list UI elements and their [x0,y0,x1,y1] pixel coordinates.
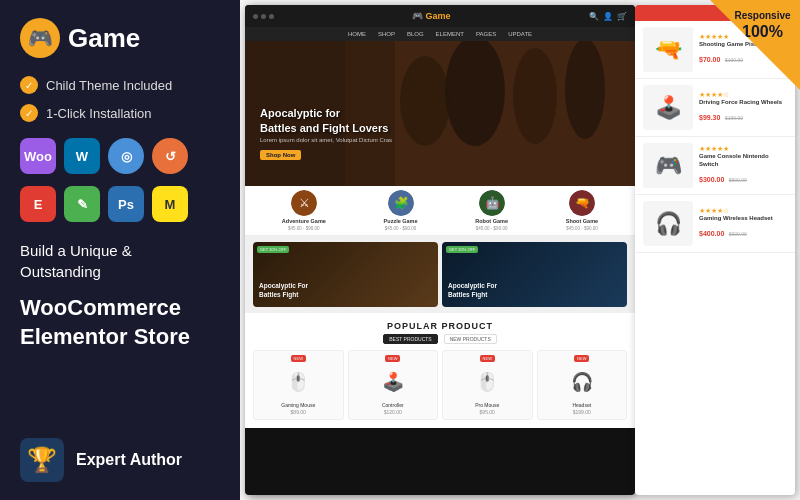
expert-author-section: 🏆 Expert Author [20,430,220,482]
cat-img-puzzle: 🧩 [388,190,414,216]
product-price-4: $199.00 [573,409,591,415]
rp-product-3: 🎮 ★★★★★ Game Console Nintendo Switch $30… [635,137,795,195]
popular-section: POPULAR PRODUCT BEST PRODUCTS NEW PRODUC… [245,313,635,428]
banner-badge-1: GET 30% OFF [257,246,289,253]
photoshop-icon: Ps [108,186,144,222]
rp-name-4: Gaming Wireless Headset [699,215,787,223]
rp-old-price-3: $500.00 [729,177,747,183]
dot-3 [269,14,274,19]
product-name-4: Headset [572,402,591,408]
hero-button[interactable]: Shop Now [260,150,301,160]
rp-name-3: Game Console Nintendo Switch [699,153,787,169]
blue-plugin-icon: ◎ [108,138,144,174]
website-mockup: 🎮Game 🔍 👤 🛒 HOME SHOP BLOG ELEMENT PAGES… [245,5,635,495]
svg-point-4 [513,48,557,144]
nav-shop: SHOP [378,31,395,37]
rp-old-price-2: $199.00 [725,115,743,121]
rp-product-info-2: ★★★★☆ Driving Force Racing Wheels $99.30… [699,91,787,125]
product-card-4: NEW 🎧 Headset $199.00 [537,350,628,420]
tab-new-products[interactable]: NEW PRODUCTS [444,334,497,344]
tab-best-products[interactable]: BEST PRODUCTS [383,334,437,344]
product-card-1: NEW 🖱️ Gaming Mouse $89.00 [253,350,344,420]
cat-img-shoot: 🔫 [569,190,595,216]
product-badge-2: NEW [385,355,400,362]
elementor-icon: E [20,186,56,222]
svg-text:🔫: 🔫 [574,195,589,210]
logo-icon: 🎮 [20,18,60,58]
mockup-header-icons: 🔍 👤 🛒 [589,12,627,21]
cat-price-robot: $45.00 - $90.00 [476,226,508,231]
rp-product-img-3: 🎮 [643,143,693,188]
cat-label-adventure: Adventure Game [282,218,326,224]
category-adventure: ⚔ Adventure Game $45.00 - $90.00 [282,190,326,231]
trophy-icon: 🏆 [20,438,64,482]
product-badge-3: NEW [480,355,495,362]
dot-2 [261,14,266,19]
rp-product-4: 🎧 ★★★★☆ Gaming Wireless Headset $400.00 … [635,195,795,253]
popular-title: POPULAR PRODUCT [253,321,627,331]
banner-text-2: Apocalyptic ForBattles Fight [448,282,497,299]
banner-row: GET 30% OFF Apocalyptic ForBattles Fight… [245,236,635,313]
gamepad-icon: 🎮 [28,26,53,50]
cat-label-shoot: Shoot Game [566,218,598,224]
category-robot: 🤖 Robot Game $45.00 - $90.00 [475,190,508,231]
tagline-line1: Build a Unique & [20,242,132,259]
svg-text:🤖: 🤖 [484,195,499,210]
cat-label-puzzle: Puzzle Game [384,218,418,224]
rp-product-img-1: 🔫 [643,27,693,72]
rp-stars-3: ★★★★★ [699,145,787,153]
mockup-logo-area: 🎮Game [280,11,583,21]
rp-product-2: 🕹️ ★★★★☆ Driving Force Racing Wheels $99… [635,79,795,137]
mockup-hero: Apocalyptic forBattles and Fight Lovers … [245,41,635,186]
child-theme-label: Child Theme Included [46,78,172,93]
main-content: Responsive 100% 🎮Game 🔍 👤 🛒 [240,0,800,500]
edit-icon: ✎ [64,186,100,222]
product-card-2: NEW 🕹️ Controller $120.00 [348,350,439,420]
feature-child-theme: ✓ Child Theme Included [20,76,220,94]
rp-stars-4: ★★★★☆ [699,207,787,215]
hero-text-overlay: Apocalyptic forBattles and Fight Lovers … [260,106,392,161]
feature-one-click: ✓ 1-Click Installation [20,104,220,122]
product-name-1: Gaming Mouse [281,402,315,408]
product-badge-4: NEW [574,355,589,362]
product-price-1: $89.00 [291,409,306,415]
mockup-dots [253,14,274,19]
rp-price-1: $70.00 [699,56,720,63]
tagline-line2: Outstanding [20,263,101,280]
hero-title: Apocalyptic forBattles and Fight Lovers [260,106,392,135]
rp-old-price-4: $600.00 [729,231,747,237]
popular-header: POPULAR PRODUCT BEST PRODUCTS NEW PRODUC… [253,321,627,344]
banner-card-1: GET 30% OFF Apocalyptic ForBattles Fight [253,242,438,307]
rp-name-2: Driving Force Racing Wheels [699,99,787,107]
category-shoot: 🔫 Shoot Game $45.00 - $90.00 [566,190,598,231]
cat-price-adventure: $45.00 - $90.00 [288,226,320,231]
banner-badge-2: GET 30% OFF [446,246,478,253]
rp-product-info-4: ★★★★☆ Gaming Wireless Headset $400.00 $6… [699,207,787,241]
svg-point-2 [400,56,450,146]
cat-price-shoot: $45.00 - $90.00 [566,226,598,231]
product-img-3: 🖱️ [467,364,507,399]
product-img-1: 🖱️ [278,364,318,399]
product-price-2: $120.00 [384,409,402,415]
product-price-3: $95.00 [480,409,495,415]
rp-product-img-4: 🎧 [643,201,693,246]
svg-text:🧩: 🧩 [393,195,408,210]
cart-icon: 🛒 [617,12,627,21]
product-name-2: Controller [382,402,404,408]
mockup-header: 🎮Game 🔍 👤 🛒 [245,5,635,27]
expert-author-label: Expert Author [76,451,182,469]
product-card-3: NEW 🖱️ Pro Mouse $95.00 [442,350,533,420]
svg-point-5 [565,41,605,139]
left-panel: 🎮 Game ✓ Child Theme Included ✓ 1-Click … [0,0,240,500]
cat-price-puzzle: $45.00 - $90.00 [385,226,417,231]
search-icon: 🔍 [589,12,599,21]
nav-pages: PAGES [476,31,496,37]
banner-card-2: GET 30% OFF Apocalyptic ForBattles Fight [442,242,627,307]
product-grid: NEW 🖱️ Gaming Mouse $89.00 NEW 🕹️ Contro… [253,350,627,420]
cat-label-robot: Robot Game [475,218,508,224]
svg-point-3 [445,41,505,146]
woocommerce-icon: Woo [20,138,56,174]
banner-text-1: Apocalyptic ForBattles Fight [259,282,308,299]
nav-element: ELEMENT [436,31,464,37]
orange-plugin-icon: ↺ [152,138,188,174]
